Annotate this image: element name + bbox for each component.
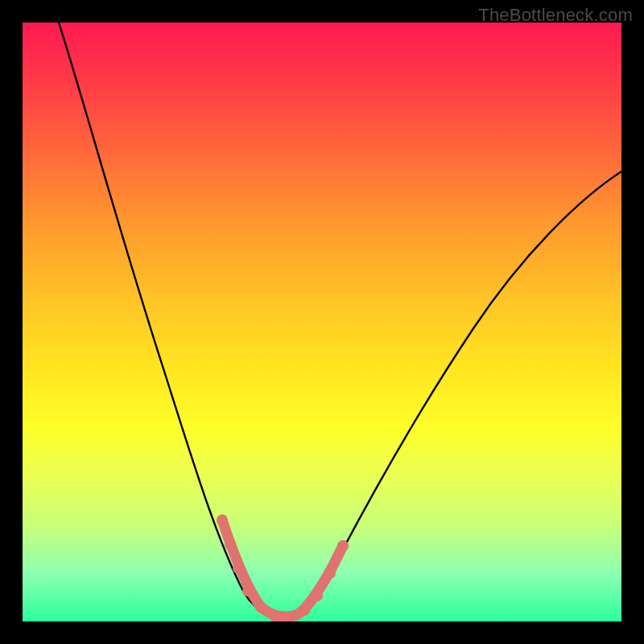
svg-point-4 [255, 601, 266, 613]
svg-point-10 [337, 540, 349, 551]
svg-point-1 [225, 539, 236, 550]
chart-frame: TheBottleneck.com [0, 0, 644, 644]
gradient-plot-area [23, 23, 621, 621]
svg-point-9 [324, 568, 336, 579]
curve-layer [23, 23, 621, 621]
watermark-text: TheBottleneck.com [478, 5, 633, 26]
svg-point-8 [312, 590, 323, 601]
bottleneck-curve [59, 23, 621, 617]
svg-point-0 [217, 514, 228, 526]
svg-point-3 [242, 585, 254, 597]
svg-point-7 [299, 605, 310, 616]
highlight-dots [217, 514, 349, 621]
svg-point-2 [233, 563, 244, 574]
